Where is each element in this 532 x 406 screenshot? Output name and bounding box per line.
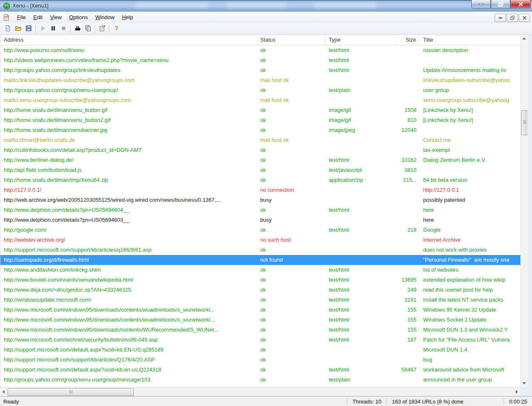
table-row[interactable]: http://groups.yahoo.com/group/xenu-userg… — [0, 85, 520, 95]
cell-type — [325, 355, 396, 365]
table-row[interactable]: http://www.polezno.com/soft/xenuoktext/h… — [0, 45, 520, 55]
cell-size — [396, 75, 419, 85]
new-document-icon — [5, 25, 11, 33]
statusbar: Ready Threads: 10 163 of 1834 URLs (8 %)… — [0, 397, 532, 406]
toolbar-button-open-file[interactable] — [13, 24, 23, 34]
cell-status: busy — [258, 195, 325, 205]
scroll-up-arrow[interactable] — [522, 37, 526, 40]
copy-icon — [85, 25, 91, 33]
cell-type — [325, 195, 396, 205]
toolbar-button-properties[interactable] — [97, 24, 107, 34]
table-row[interactable]: http://samspade.org/d/firewalls.htmlnot … — [0, 255, 520, 265]
toolbar-button-new-document[interactable] — [2, 24, 13, 34]
table-row[interactable]: http://www.microsoft.com/windows95/downl… — [0, 325, 520, 335]
window-right-border — [527, 35, 532, 396]
cell-status: ok — [258, 165, 325, 175]
cell-title: xenu-usergroup-subscribe@yahoog — [419, 95, 520, 105]
cell-address: http://videos.webpronews.com/video/frame… — [0, 55, 258, 65]
table-row[interactable]: http://webdev.archive.org/no such hostIn… — [0, 235, 520, 245]
toolbar-button-pause[interactable] — [48, 24, 58, 34]
table-row[interactable]: http://groups.yahoo.com/group/xenu-userg… — [0, 375, 520, 385]
menu-item-window[interactable]: Window — [91, 14, 118, 20]
table-row[interactable]: http://google.com/oktext/html219Google — [0, 225, 520, 235]
menu-item-options[interactable]: Options — [65, 14, 91, 20]
table-row[interactable]: http://home.snafu.de/tilman/xenu_button2… — [0, 115, 520, 125]
mdi-close-button[interactable] — [519, 14, 530, 22]
table-row[interactable]: http://www.microsoft.com/technet/securit… — [0, 335, 520, 345]
table-row[interactable]: http://web.archive.org/web/2005120305512… — [0, 195, 520, 205]
toolbar-button-save-file[interactable] — [23, 24, 34, 34]
table-row[interactable]: mailto:xenu-usergroup-subscribe@yahoogro… — [0, 95, 520, 105]
cell-size: 249 — [396, 285, 419, 295]
table-row[interactable]: http://api.flattr.com/button/load.jsokte… — [0, 165, 520, 175]
table-row[interactable]: http://support.microsoft.com/default.asp… — [0, 345, 520, 355]
cell-status: ok — [258, 155, 325, 165]
minimize-button[interactable] — [471, 0, 491, 8]
toolbar-button-stop[interactable] — [58, 24, 69, 34]
toolbar-button-copy[interactable] — [83, 24, 93, 34]
cell-title: [Linkcheck by Xenu!] — [419, 115, 520, 125]
table-row[interactable]: http://127.0.0.1/no connectionhttp://127… — [0, 185, 520, 195]
table-row[interactable]: http://videos.webpronews.com/video/frame… — [0, 55, 520, 65]
table-row[interactable]: http://www.microsoft.com/windows95/downl… — [0, 315, 520, 325]
url-table-header: Address Status Type Size Title — [0, 35, 520, 45]
scrollbar-corner — [520, 387, 532, 396]
column-header-status[interactable]: Status — [258, 35, 325, 45]
table-row[interactable]: http://home.snafu.de/tilman/tmp/Xenu64.z… — [0, 175, 520, 185]
table-row[interactable]: http://home.snafu.de/tilman/xenubanner.j… — [0, 125, 520, 135]
horizontal-scrollbar[interactable] — [0, 387, 520, 396]
column-header-size[interactable]: Size — [396, 35, 419, 45]
table-row[interactable]: http://www.deja.com/=dnc/getdoc.xp?AN=43… — [0, 285, 520, 295]
table-row[interactable]: http://support.microsoft.com/support/kb/… — [0, 245, 520, 255]
scroll-left-arrow[interactable] — [2, 390, 5, 394]
column-header-address[interactable]: Address — [0, 35, 258, 45]
menu-item-view[interactable]: View — [46, 14, 65, 20]
table-row[interactable]: http://www.microsoft.com/windows95/downl… — [0, 305, 520, 315]
menu-item-edit[interactable]: Edit — [30, 14, 46, 20]
toolbar-button-find[interactable] — [72, 24, 83, 34]
stop-icon — [60, 25, 67, 33]
mdi-controls — [495, 14, 530, 22]
scroll-thumb-grip — [71, 390, 71, 394]
table-row[interactable]: http://www.boutell.com/innards/xenuandwi… — [0, 275, 520, 285]
cell-type — [325, 75, 396, 85]
cell-address: mailto:linksleuthupdates-subscribe@yahoo… — [0, 75, 258, 85]
vertical-scrollbar[interactable] — [520, 35, 527, 387]
mdi-minimize-button[interactable] — [495, 14, 506, 22]
table-row[interactable]: http://www.berliner-dialog.de/oktext/htm… — [0, 155, 520, 165]
horizontal-scroll-thumb[interactable] — [7, 388, 134, 396]
cell-status: ok — [258, 245, 325, 255]
cell-address: http://support.microsoft.com/support/kb/… — [0, 245, 258, 255]
table-row[interactable]: mailto:linksleuthupdates-subscribe@yahoo… — [0, 75, 520, 85]
menu-item-help[interactable]: Help — [118, 14, 137, 20]
vertical-scroll-thumb[interactable] — [521, 110, 528, 135]
column-header-title[interactable]: Title — [419, 35, 520, 45]
titlebar-ghost — [314, 2, 376, 8]
scroll-down-arrow[interactable] — [522, 382, 526, 384]
cell-title: 64 bit beta version — [419, 175, 520, 185]
mdi-restore-button[interactable] — [507, 14, 518, 22]
column-header-type[interactable]: Type — [325, 35, 396, 45]
table-row[interactable]: http://groups.yahoo.com/group/linksleuth… — [0, 65, 520, 75]
cell-address: http://api.flattr.com/button/load.js — [0, 165, 258, 175]
table-row[interactable]: http://home.snafu.de/tilman/xenu_button.… — [0, 105, 520, 115]
cell-status: mail host ok — [258, 135, 325, 145]
table-row[interactable]: http://support.microsoft.com/default.asp… — [0, 365, 520, 375]
toolbar-button-play[interactable] — [37, 24, 48, 34]
close-button[interactable] — [510, 0, 531, 8]
table-row[interactable]: http://www.delphion.com/details?pn=US056… — [0, 215, 520, 225]
table-row[interactable]: http://windowsupdate.microsoft.com/oktex… — [0, 295, 520, 305]
table-row[interactable]: http://www.delphion.com/details?pn=US056… — [0, 205, 520, 215]
menu-item-file[interactable]: File — [13, 14, 30, 20]
restore-button[interactable] — [491, 0, 510, 8]
save-file-icon — [25, 25, 32, 33]
scroll-right-arrow[interactable] — [516, 390, 518, 394]
table-row[interactable]: mailto:tilman@berlin.snafu.demail host o… — [0, 135, 520, 145]
cell-type — [325, 145, 396, 155]
titlebar[interactable]: Xenu - [Xenu1] — [0, 0, 532, 12]
table-row[interactable]: http://cultinfobooks.com/detail.asp?prod… — [0, 145, 520, 155]
toolbar-button-help[interactable]: ? — [111, 24, 121, 34]
table-row[interactable]: http://www.andifashion.com/linkckg.shtmo… — [0, 265, 520, 275]
table-row[interactable]: http://support.microsoft.com/support/kb/… — [0, 355, 520, 365]
cell-address: http://cultinfobooks.com/detail.asp?prod… — [0, 145, 258, 155]
